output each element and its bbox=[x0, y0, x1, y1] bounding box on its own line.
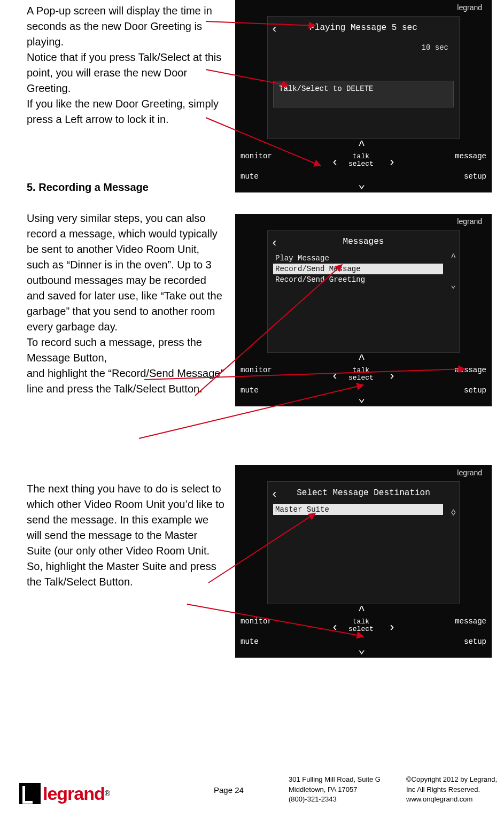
message-button-label: message bbox=[455, 366, 486, 374]
chevron-left-icon: ‹ bbox=[331, 621, 338, 635]
paragraph: Using very similar steps, you can also r… bbox=[27, 211, 224, 397]
chevron-down-icon: ⌄ bbox=[358, 391, 365, 405]
chevron-down-icon: ⌄ bbox=[451, 280, 456, 290]
setup-button-label: setup bbox=[464, 172, 486, 181]
talk-label: talk bbox=[353, 152, 369, 160]
diamond-icon: ◊ bbox=[451, 508, 456, 518]
chevron-left-icon: ‹ bbox=[331, 370, 338, 383]
paragraph: A Pop-up screen will display the time in… bbox=[27, 3, 224, 127]
page-footer: legrand ® Page 24 301 Fulling Mill Road,… bbox=[0, 765, 504, 807]
addr-line: Middletown, PA 17057 bbox=[289, 785, 381, 795]
menu-list: Play Message Record/Send Message Record/… bbox=[273, 253, 443, 285]
mute-button-label: mute bbox=[241, 172, 259, 181]
monitor-button-label: monitor bbox=[241, 152, 272, 160]
copy-line: ©Copyright 2012 by Legrand, bbox=[406, 775, 497, 784]
mute-button-label: mute bbox=[241, 386, 259, 395]
chevron-left-icon: ‹ bbox=[331, 156, 338, 169]
chevron-up-icon: ^ bbox=[358, 353, 365, 366]
copy-line: Inc All Rights Reserved. bbox=[406, 785, 497, 795]
registered-mark: ® bbox=[105, 789, 110, 798]
footer-address: 301 Fulling Mill Road, Suite G Middletow… bbox=[289, 775, 381, 804]
chevron-right-icon: › bbox=[389, 370, 396, 383]
device-screen: ‹ Select Message Destination Master Suit… bbox=[267, 481, 460, 604]
select-label: select bbox=[348, 625, 374, 633]
chevron-down-icon: ⌄ bbox=[358, 642, 365, 657]
monitor-button-label: monitor bbox=[241, 366, 272, 374]
mute-button-label: mute bbox=[241, 637, 259, 646]
brand-label: legrand bbox=[457, 3, 482, 12]
menu-row-record-send-message: Record/Send Message bbox=[273, 264, 443, 274]
select-label: select bbox=[348, 160, 374, 168]
footer-copyright: ©Copyright 2012 by Legrand, Inc All Righ… bbox=[406, 775, 497, 804]
talk-select-label: talk select bbox=[348, 153, 374, 168]
body-text: To record such a message, press the Mess… bbox=[27, 336, 202, 364]
body-text: The next thing you have to do is select … bbox=[27, 483, 224, 557]
body-text: Notice that if you press Talk/Select at … bbox=[27, 51, 221, 94]
page-number: Page 24 bbox=[214, 785, 244, 795]
talk-select-label: talk select bbox=[348, 618, 374, 634]
body-text: If you like the new Door Greeting, simpl… bbox=[27, 98, 219, 125]
talk-label: talk bbox=[353, 366, 369, 374]
menu-row-play: Play Message bbox=[273, 253, 443, 264]
body-text: A Pop-up screen will display the time in… bbox=[27, 5, 212, 48]
page: A Pop-up screen will display the time in… bbox=[0, 0, 504, 817]
talk-label: talk bbox=[353, 618, 369, 626]
menu-row-master-suite: Master Suite bbox=[273, 504, 443, 515]
device-photo-3: legrand ‹ Select Message Destination Mas… bbox=[235, 465, 492, 658]
dpad: ^ ⌄ ‹ › talk select bbox=[315, 605, 412, 653]
addr-line: 301 Fulling Mill Road, Suite G bbox=[289, 775, 381, 784]
monitor-button-label: monitor bbox=[241, 617, 272, 626]
dpad: ^ ⌄ ‹ › talk select bbox=[315, 354, 412, 402]
addr-line: (800)-321-2343 bbox=[289, 795, 381, 804]
screen-title: Playing Message 5 sec bbox=[268, 23, 459, 33]
chevron-right-icon: › bbox=[389, 156, 396, 169]
logo-mark-icon bbox=[19, 783, 41, 804]
talk-select-label: talk select bbox=[348, 367, 374, 382]
body-text: So, highlight the Master Suite and press… bbox=[27, 560, 216, 588]
chevron-up-icon: ^ bbox=[358, 604, 365, 618]
dpad: ^ ⌄ ‹ › talk select bbox=[315, 140, 412, 188]
delete-banner: Talk/Select to DELETE bbox=[273, 81, 454, 107]
brand-label: legrand bbox=[457, 217, 482, 226]
logo-word: legrand bbox=[43, 783, 105, 804]
menu-list: Master Suite bbox=[273, 504, 443, 515]
menu-row-record-send-greeting: Record/Send Greeting bbox=[273, 274, 443, 285]
screen-title: Select Message Destination bbox=[268, 488, 459, 498]
device-photo-2: legrand ‹ Messages Play Message Record/S… bbox=[235, 214, 492, 406]
chevron-down-icon: ⌄ bbox=[358, 177, 365, 191]
body-text: Using very similar steps, you can also r… bbox=[27, 212, 222, 333]
section-heading: 5. Recording a Message bbox=[27, 180, 224, 195]
paragraph: The next thing you have to do is select … bbox=[27, 481, 224, 590]
screen-title: Messages bbox=[268, 237, 459, 246]
setup-button-label: setup bbox=[464, 386, 486, 395]
chevron-up-icon: ^ bbox=[451, 253, 456, 263]
brand-label: legrand bbox=[457, 468, 482, 477]
device-screen: ‹ Messages Play Message Record/Send Mess… bbox=[267, 230, 460, 353]
device-screen: ‹ Playing Message 5 sec 10 sec Talk/Sele… bbox=[267, 16, 460, 139]
body-text: and highlight the “Record/Send Message” … bbox=[27, 367, 224, 395]
select-label: select bbox=[348, 374, 374, 382]
message-button-label: message bbox=[455, 617, 486, 626]
chevron-right-icon: › bbox=[389, 621, 396, 635]
setup-button-label: setup bbox=[464, 637, 486, 646]
legrand-logo: legrand ® bbox=[19, 783, 110, 804]
chevron-up-icon: ^ bbox=[358, 139, 365, 152]
message-button-label: message bbox=[455, 152, 486, 160]
screen-subline: 10 sec bbox=[422, 43, 448, 52]
device-photo-1: legrand ‹ Playing Message 5 sec 10 sec T… bbox=[235, 0, 492, 192]
copy-line: www.onqlegrand.com bbox=[406, 795, 497, 804]
